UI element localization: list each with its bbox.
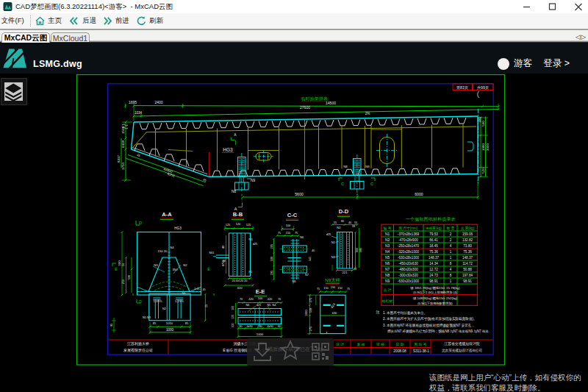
svg-text:江苏省交通规划设计院: 江苏省交通规划设计院 [444, 341, 480, 346]
svg-text:审 校: 审 校 [376, 342, 384, 346]
svg-text:C: C [370, 182, 373, 186]
svg-text:8: 8 [450, 274, 452, 277]
svg-text:150: 150 [323, 287, 328, 290]
svg-text:4x90: 4x90 [246, 325, 252, 328]
svg-text:N1: N1 [385, 232, 390, 236]
svg-text:N3: N3 [385, 244, 390, 248]
svg-text:4750: 4750 [222, 260, 225, 266]
svg-text:275: 275 [309, 327, 312, 331]
svg-text:第83页: 第83页 [456, 85, 468, 90]
svg-text:2. 本图所标尺寸为扩大后尺寸(如有差异按现场实际截面取值): 2. 本图所标尺寸为扩大后尺寸(如有差异按现场实际截面取值)。 [383, 316, 477, 321]
svg-text:70: 70 [240, 298, 243, 301]
svg-text:190: 190 [331, 286, 335, 289]
svg-text:N5 N3: N5 N3 [143, 316, 151, 319]
svg-text:75: 75 [317, 288, 320, 291]
svg-text:205: 205 [270, 244, 273, 249]
svg-text:N3: N3 [154, 263, 158, 267]
svg-text:159.06: 159.06 [462, 232, 473, 236]
svg-text:-320x28x1000: -320x28x1000 [398, 250, 420, 254]
svg-text:d25: d25 [326, 232, 331, 236]
svg-text:N4: N4 [170, 246, 174, 249]
svg-text:100: 100 [258, 296, 263, 300]
svg-text:焊接后N7 环腹螺栓孔径为0.55%；钢板N8 与N7 连接: 焊接后N7 环腹螺栓孔径为0.55%；钢板N8 与N7 连接板N9 与N7 连接… [387, 329, 490, 334]
svg-text:数 量: 数 量 [447, 227, 455, 230]
svg-text:221: 221 [343, 271, 348, 274]
svg-text:单根重(kg): 单根重(kg) [425, 226, 442, 230]
svg-text:N2: N2 [385, 238, 390, 242]
svg-text:70: 70 [278, 298, 281, 301]
svg-text:N9大样: N9大样 [325, 277, 340, 282]
svg-text:420: 420 [248, 297, 254, 301]
svg-text:45: 45 [136, 153, 141, 157]
svg-text:80: 80 [341, 220, 344, 223]
svg-text:300: 300 [478, 117, 481, 123]
svg-text:4x90: 4x90 [267, 325, 273, 328]
svg-text:500: 500 [481, 121, 485, 126]
svg-text:85: 85 [185, 321, 189, 325]
svg-text:钢 14828(kg) 螺栓150: 252(kg): 钢 14828(kg) 螺栓150: 252(kg) [412, 296, 458, 300]
svg-text:55: 55 [354, 221, 357, 224]
svg-text:98.91: 98.91 [463, 279, 472, 283]
svg-text:-470x28x900: -470x28x900 [398, 238, 418, 242]
svg-text:3000: 3000 [486, 143, 490, 151]
svg-text:80: 80 [278, 325, 281, 328]
svg-text:N2: N2 [183, 263, 187, 267]
svg-text:75: 75 [295, 232, 298, 235]
svg-text:1.35%: 1.35% [154, 299, 162, 303]
svg-text:N4: N4 [385, 250, 390, 254]
svg-text:N6: N6 [246, 304, 250, 307]
svg-text:-300x30x320: -300x30x320 [398, 274, 418, 277]
svg-text:520: 520 [127, 274, 131, 279]
svg-text:100: 100 [232, 324, 234, 328]
svg-text:D-D: D-D [339, 208, 349, 215]
svg-text:1. 本图尺寸均以毫米为单位。: 1. 本图尺寸均以毫米为单位。 [383, 311, 427, 316]
svg-text:-630x28x1000: -630x28x1000 [398, 256, 420, 260]
svg-text:25: 25 [205, 304, 208, 307]
svg-text:1000: 1000 [166, 328, 174, 332]
svg-text:320: 320 [237, 286, 243, 290]
svg-text:197.84: 197.84 [462, 274, 473, 277]
svg-text:100: 100 [286, 224, 291, 227]
svg-text:520: 520 [481, 168, 485, 174]
svg-text:N2: N2 [337, 226, 341, 229]
svg-text:(0.9t以下按规格配套增加): (0.9t以下按规格配套增加) [417, 302, 453, 306]
svg-text:75: 75 [347, 288, 350, 291]
svg-text:钢 1851.78(kg) 螺栓150: 15.78(: 钢 1851.78(kg) 螺栓150: 15.78(kg) [409, 286, 460, 290]
svg-text:6000: 6000 [415, 192, 423, 196]
svg-text:75.36: 75.36 [429, 250, 438, 254]
svg-text:d23: d23 [330, 302, 337, 309]
svg-text:2: 2 [450, 238, 452, 242]
svg-text:98.91: 98.91 [429, 279, 438, 283]
svg-text:18.45: 18.45 [429, 244, 438, 248]
svg-text:N2: N2 [162, 307, 166, 310]
svg-text:合 计: 合 计 [384, 288, 392, 293]
svg-text:14500: 14500 [326, 101, 336, 105]
svg-text:73.80: 73.80 [463, 244, 472, 248]
svg-text:27600: 27600 [300, 105, 310, 110]
svg-text:98: 98 [352, 225, 355, 228]
svg-text:-480x20x300: -480x20x300 [398, 268, 418, 271]
svg-text:N3: N3 [248, 238, 253, 241]
svg-text:4: 4 [450, 244, 452, 248]
svg-text:E-E: E-E [256, 288, 265, 295]
svg-text:A: A [234, 207, 237, 211]
svg-text:1000: 1000 [257, 332, 264, 336]
svg-text:D: D [139, 221, 142, 225]
svg-text:1750: 1750 [121, 163, 125, 170]
svg-text:150: 150 [337, 287, 342, 290]
svg-text:(0.9t以下2.4t以上按规格增加 (4): (0.9t以下2.4t以上按规格增加 (4) [413, 291, 457, 294]
svg-text:d25: d25 [257, 304, 261, 307]
svg-text:HG3: HG3 [223, 147, 233, 152]
svg-text:150 20: 150 20 [158, 249, 168, 253]
svg-text:2%: 2% [365, 112, 370, 115]
svg-text:95: 95 [110, 324, 113, 327]
svg-text:设 计: 设 计 [335, 342, 344, 346]
svg-text:-450x20x630: -450x20x630 [398, 262, 418, 266]
svg-text:205: 205 [270, 271, 273, 275]
svg-text:100: 100 [232, 306, 234, 310]
svg-text:北京某光规划设计咨询公司: 北京某光规划设计咨询公司 [442, 348, 482, 353]
svg-text:148.37: 148.37 [429, 256, 439, 260]
svg-text:N7: N7 [305, 273, 309, 277]
svg-text:日 期: 日 期 [396, 343, 404, 346]
svg-text:24.73: 24.73 [429, 274, 438, 277]
